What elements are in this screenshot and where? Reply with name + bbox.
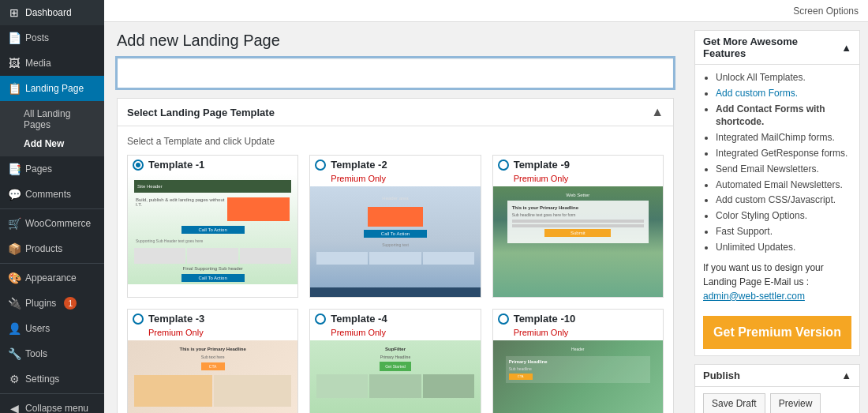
select-hint: Select a Template and click Update [127,136,664,147]
appearance-icon: 🎨 [8,272,21,284]
sidebar-item-label: Products [25,243,62,254]
feature-item: Add custom CSS/Javascript. [716,193,851,207]
template-card-2[interactable]: Template -2 Premium Only Header area Cal… [309,155,481,298]
template-2-radio[interactable] [315,160,326,171]
sidebar-item-label: WooCommerce [25,218,91,229]
sidebar-item-label: Users [25,323,50,334]
template-10-name: Template -10 [514,313,576,325]
preview-button[interactable]: Preview [770,393,821,413]
features-title: Get More Awesome Features [703,36,841,59]
template-9-radio[interactable] [498,160,509,171]
feature-item: Color Styling Options. [716,209,851,223]
template-9-label: Template -9 [493,156,663,174]
template-1-thumbnail: Site Header Build, publish & edit landin… [128,174,297,284]
sidebar-item-all-landing[interactable]: All Landing Pages [8,104,104,134]
features-panel: Get More Awesome Features ▲ Unlock All T… [694,30,860,356]
sidebar-item-dashboard[interactable]: ⊞ Dashboard [0,0,104,25]
template-section-label: Select Landing Page Template [127,107,275,118]
sidebar-item-settings[interactable]: ⚙ Settings [0,366,104,392]
features-panel-body: Unlock All Templates. Add custom Forms. … [695,65,859,355]
template-10-thumbnail: Header Primary Headline Sub headline CTA [493,340,663,413]
feature-item: Fast Support. [716,225,851,238]
sidebar-item-label: Landing Page [25,83,84,94]
features-panel-header: Get More Awesome Features ▲ [695,31,859,65]
sidebar-item-products[interactable]: 📦 Products [0,236,104,261]
sidebar-item-add-new[interactable]: Add New [8,134,104,153]
feature-item: Unlimited Updates. [716,241,851,254]
comments-icon: 💬 [8,188,21,201]
sidebar-item-label: Media [25,58,51,69]
sidebar-item-label: Tools [25,348,47,359]
main-content: Screen Options Add new Landing Page Sele… [104,0,868,413]
feature-item: Integrated MailChimp forms. [716,131,851,145]
template-4-radio[interactable] [315,314,326,325]
template-3-radio[interactable] [133,314,144,325]
save-draft-button[interactable]: Save Draft [703,393,765,413]
premium-button[interactable]: Get Premium Version [703,316,851,349]
template-card-3[interactable]: Template -3 Premium Only This is your Pr… [127,309,298,413]
template-section-header: Select Landing Page Template ▲ [118,99,673,126]
template-2-thumbnail: Header area Call To Action Supporting te… [310,186,480,297]
template-4-name: Template -4 [331,313,387,325]
add-custom-forms-link[interactable]: Add custom Forms. [716,88,798,99]
template-1-radio[interactable] [133,160,144,171]
collapse-icon: ◀ [8,402,21,413]
template-4-thumbnail: SupFilter Primary Headline Get Started [310,340,480,413]
posts-icon: 📄 [8,32,21,44]
sidebar-item-plugins[interactable]: 🔌 Plugins 1 [0,291,104,316]
publish-title: Publish [703,370,740,381]
email-link[interactable]: admin@web-settler.com [703,291,805,302]
sidebar-item-label: Dashboard [25,7,72,18]
template-3-thumbnail: This is your Primary Headline Sub text h… [128,340,297,413]
pages-icon: 📑 [8,163,21,175]
template-3-subtitle: Premium Only [128,328,297,340]
page-title-input[interactable] [117,58,674,88]
landing-page-submenu: All Landing Pages Add New [0,101,104,156]
sidebar-item-label: Pages [25,163,52,175]
template-10-radio[interactable] [498,314,509,325]
template-card-4[interactable]: Template -4 Premium Only SupFilter Prima… [309,309,481,413]
sidebar-item-appearance[interactable]: 🎨 Appearance [0,265,104,291]
sidebar-item-users[interactable]: 👤 Users [0,316,104,341]
sidebar-item-label: Collapse menu [25,403,88,413]
content-area: Add new Landing Page Select Landing Page… [104,22,868,413]
template-card-9[interactable]: Template -9 Premium Only Web Setter This… [492,155,664,298]
topbar: Screen Options [104,0,868,22]
design-text: If you want us to design your Landing Pa… [703,261,851,303]
plugins-badge: 1 [64,297,77,310]
sidebar-item-tools[interactable]: 🔧 Tools [0,341,104,366]
template-4-label: Template -4 [310,310,480,328]
templates-grid: Template -1 Site Header Build, publish &… [127,155,664,413]
publish-panel-body: Save Draft Preview [695,387,859,413]
sidebar-item-media[interactable]: 🖼 Media [0,51,104,76]
feature-item: Automated Email Newsletters. [716,178,851,192]
template-9-name: Template -9 [514,159,570,171]
sidebar-item-collapse[interactable]: ◀ Collapse menu [0,396,104,413]
users-icon: 👤 [8,322,21,335]
dashboard-icon: ⊞ [8,6,21,19]
plugins-icon: 🔌 [8,297,21,310]
sidebar-item-woocommerce[interactable]: 🛒 WooCommerce [0,211,104,236]
sidebar-item-posts[interactable]: 📄 Posts [0,25,104,51]
template-1-name: Template -1 [148,159,204,171]
screen-options-button[interactable]: Screen Options [793,6,859,17]
sidebar-item-pages[interactable]: 📑 Pages [0,156,104,182]
sidebar-item-label: Comments [25,189,71,200]
publish-collapse-icon[interactable]: ▲ [841,370,851,381]
settings-icon: ⚙ [8,373,21,385]
template-card-10[interactable]: Template -10 Premium Only Header Primary… [492,309,664,413]
template-collapse-icon[interactable]: ▲ [651,105,664,119]
template-3-label: Template -3 [128,310,297,328]
feature-item: Unlock All Templates. [716,71,851,84]
template-1-label: Template -1 [128,156,297,174]
template-card-1[interactable]: Template -1 Site Header Build, publish &… [127,155,298,298]
publish-panel: Publish ▲ Save Draft Preview [694,364,860,413]
sidebar-item-landing-page[interactable]: 📋 Landing Page [0,76,104,101]
features-collapse-icon[interactable]: ▲ [841,42,851,54]
sidebar-item-comments[interactable]: 💬 Comments [0,182,104,207]
template-section: Select Landing Page Template ▲ Select a … [117,98,674,413]
feature-item: Send Email Newsletters. [716,163,851,176]
feature-item: Add Contact Forms with shortcode. [716,103,851,130]
media-icon: 🖼 [8,57,21,69]
tools-icon: 🔧 [8,347,21,360]
